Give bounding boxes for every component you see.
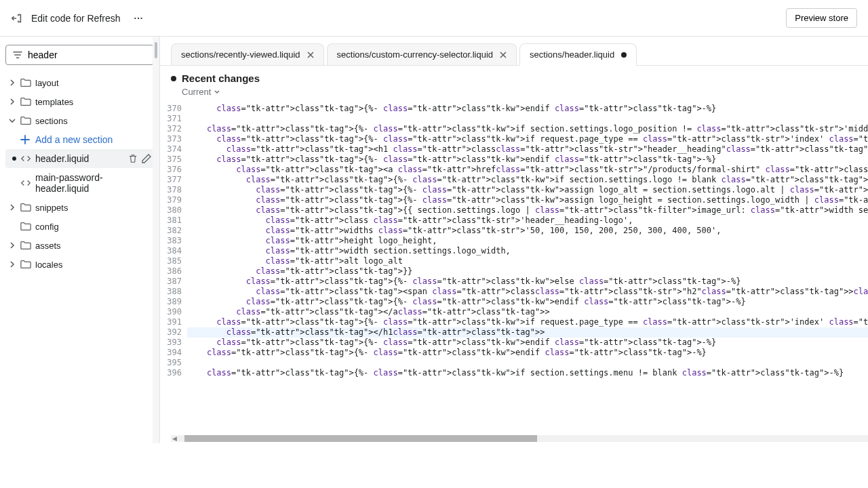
code-editor[interactable]: 3703713723733743753763773783793803813823… [160, 104, 868, 443]
editor-area: sections/recently-viewed.liquid sections… [160, 37, 868, 443]
plus-icon [20, 135, 30, 144]
sidebar: layout templates sections Add a new sect… [0, 37, 160, 443]
filter-icon [13, 51, 22, 59]
folder-label: locales [35, 260, 62, 270]
chevron-right-icon [8, 260, 16, 268]
folder-sections[interactable]: sections [5, 111, 154, 130]
editor-header: Recent changes Current Format liquid Sav… [160, 66, 868, 104]
tab-recently-viewed[interactable]: sections/recently-viewed.liquid [171, 43, 324, 65]
sidebar-scrollbar[interactable] [153, 37, 159, 443]
tab-header[interactable]: sections/header.liquid [519, 43, 637, 66]
page-title: Edit code for Refresh [31, 13, 121, 24]
file-label: main-password-header.liquid [35, 172, 151, 194]
code-icon [20, 153, 31, 164]
tab-currency-selector[interactable]: sections/custom-currency-selector.liquid [327, 43, 517, 65]
code-icon [20, 178, 31, 188]
dirty-dot-icon [12, 157, 16, 161]
folder-assets[interactable]: assets [5, 236, 154, 255]
top-bar: Edit code for Refresh ··· Preview store [0, 0, 868, 37]
folder-snippets[interactable]: snippets [5, 198, 154, 217]
tab-bar: sections/recently-viewed.liquid sections… [160, 37, 868, 66]
add-section-button[interactable]: Add a new section [5, 130, 154, 149]
top-bar-left: Edit code for Refresh ··· [11, 10, 149, 26]
chevron-right-icon [8, 241, 16, 249]
trash-icon[interactable] [128, 154, 138, 163]
chevron-right-icon [8, 98, 16, 106]
close-icon[interactable] [307, 52, 314, 58]
dirty-dot-icon [171, 76, 176, 81]
folder-icon [20, 259, 31, 270]
folder-locales[interactable]: locales [5, 255, 154, 274]
folder-icon [20, 115, 31, 126]
folder-label: layout [35, 78, 59, 88]
search-input-wrapper[interactable] [5, 45, 154, 65]
chevron-down-icon [8, 117, 16, 125]
tab-label: sections/header.liquid [530, 49, 614, 60]
chevron-right-icon [8, 203, 16, 211]
recent-changes-block: Recent changes Current [171, 73, 260, 97]
folder-icon [20, 221, 31, 232]
current-label: Current [182, 87, 211, 97]
code-content[interactable]: class="tk-attr">class"tk-tag">{%- class=… [187, 104, 868, 443]
chevron-right-icon [8, 79, 16, 87]
exit-icon[interactable] [11, 12, 23, 24]
folder-label: templates [35, 97, 73, 107]
file-main-password-header[interactable]: main-password-header.liquid [5, 168, 154, 198]
add-section-label: Add a new section [35, 134, 113, 145]
edit-icon[interactable] [142, 154, 151, 163]
close-icon[interactable] [500, 52, 507, 58]
folder-label: assets [35, 241, 61, 251]
folder-icon [20, 77, 31, 88]
preview-store-button[interactable]: Preview store [786, 8, 857, 28]
line-number-gutter: 3703713723733743753763773783793803813823… [160, 104, 187, 443]
tab-label: sections/recently-viewed.liquid [181, 49, 300, 60]
chevron-down-icon [214, 89, 220, 96]
dirty-dot-icon [621, 52, 627, 58]
folder-label: sections [35, 116, 68, 126]
folder-layout[interactable]: layout [5, 73, 154, 92]
file-actions [128, 154, 151, 163]
folder-templates[interactable]: templates [5, 92, 154, 111]
folder-label: snippets [35, 203, 68, 213]
recent-changes-title: Recent changes [182, 73, 260, 84]
horizontal-scrollbar[interactable]: ◀ ▶ [171, 435, 868, 442]
more-menu-button[interactable]: ··· [129, 10, 149, 26]
folder-label: config [35, 222, 59, 232]
main-area: layout templates sections Add a new sect… [0, 37, 868, 443]
search-input[interactable] [28, 49, 146, 60]
folder-config[interactable]: config [5, 217, 154, 236]
file-label: header.liquid [35, 153, 89, 164]
folder-icon [20, 96, 31, 107]
scroll-left-icon[interactable]: ◀ [171, 435, 178, 442]
folder-icon [20, 240, 31, 251]
file-header-liquid[interactable]: header.liquid [5, 149, 154, 168]
tab-label: sections/custom-currency-selector.liquid [337, 49, 493, 60]
folder-icon [20, 202, 31, 213]
version-dropdown[interactable]: Current [171, 87, 260, 97]
